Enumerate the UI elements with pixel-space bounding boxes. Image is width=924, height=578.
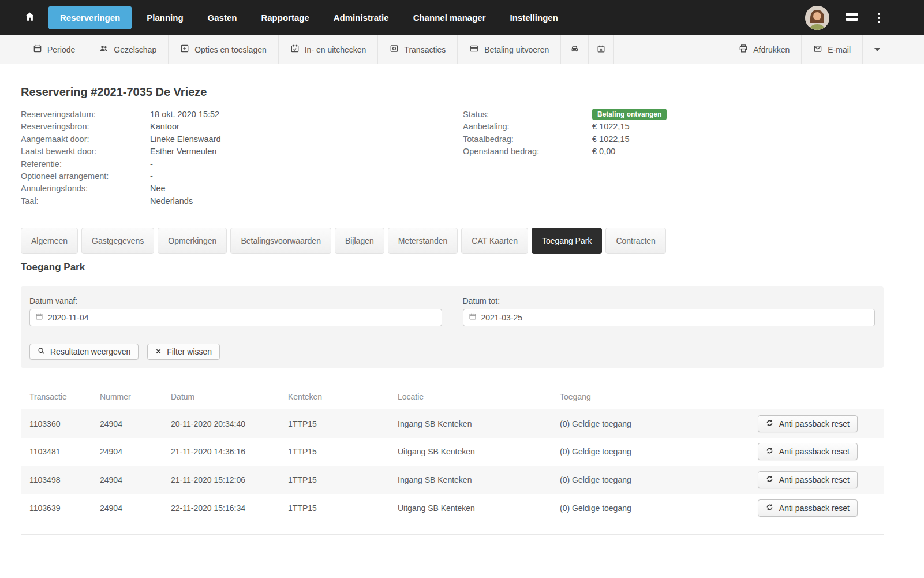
nav-item-gasten[interactable]: Gasten: [196, 0, 249, 35]
toolbar-betaling-button[interactable]: Betaling uitvoeren: [458, 35, 561, 64]
email-label: E-mail: [828, 45, 851, 54]
cell-toegang: (0) Geldige toegang: [560, 409, 748, 438]
date-from-input[interactable]: [48, 313, 436, 322]
anti-passback-reset-button[interactable]: Anti passback reset: [758, 471, 858, 488]
toolbar-betaling-label: Betaling uitvoeren: [484, 45, 549, 54]
tab-contracten[interactable]: Contracten: [605, 228, 665, 254]
nav-item-instellingen[interactable]: Instellingen: [498, 0, 570, 35]
reservation-tabs: Algemeen Gastgegevens Opmerkingen Betali…: [21, 228, 884, 254]
show-results-button[interactable]: Resultaten weergeven: [29, 344, 139, 360]
toolbar-gezelschap-label: Gezelschap: [114, 45, 156, 54]
cell-locatie: Uitgang SB Kenteken: [398, 494, 560, 523]
detail-label: Laatst bewerkt door:: [21, 146, 150, 158]
toolbar-transacties-button[interactable]: Transacties: [378, 35, 458, 64]
tab-toegang-park[interactable]: Toegang Park: [532, 228, 602, 254]
toolbar-periode-button[interactable]: Periode: [21, 35, 87, 64]
cell-nummer: 24904: [100, 494, 171, 523]
nav-item-reserveringen[interactable]: Reserveringen: [48, 6, 132, 29]
tab-cat-kaarten[interactable]: CAT Kaarten: [461, 228, 528, 254]
payments-button[interactable]: [845, 11, 859, 25]
show-results-label: Resultaten weergeven: [50, 347, 130, 356]
cell-nummer: 24904: [100, 409, 171, 438]
refresh-icon: [766, 419, 773, 428]
coin-icon: [390, 44, 399, 55]
action-toolbar: Periode Gezelschap Opties en toeslagen I…: [0, 35, 924, 64]
email-button[interactable]: E-mail: [802, 35, 863, 64]
overflow-menu-button[interactable]: [874, 10, 884, 25]
toolbar-periode-label: Periode: [47, 45, 75, 54]
chevron-down-icon: [874, 48, 880, 51]
credit-card-icon: [845, 11, 859, 25]
toolbar-car-button[interactable]: [561, 35, 589, 64]
home-icon: [24, 11, 35, 24]
toolbar-more-dropdown[interactable]: [863, 35, 892, 64]
cell-transactie: 1103498: [21, 466, 100, 494]
tab-betalingsvoorwaarden[interactable]: Betalingsvoorwaarden: [230, 228, 331, 254]
toolbar-calendar-x-button[interactable]: [589, 35, 614, 64]
anti-passback-reset-button[interactable]: Anti passback reset: [758, 443, 858, 460]
toolbar-opties-button[interactable]: Opties en toeslagen: [169, 35, 279, 64]
detail-value: € 1022,15: [592, 133, 630, 146]
clear-filter-label: Filter wissen: [167, 347, 212, 356]
date-to-field[interactable]: [463, 309, 876, 326]
calendar-icon: [469, 312, 477, 323]
plus-square-icon: [180, 44, 189, 55]
cell-transactie: 1103360: [21, 409, 100, 438]
detail-label: Optioneel arrangement:: [21, 170, 150, 182]
table-row: 1103360 24904 20-11-2020 20:34:40 1TTP15…: [21, 409, 884, 438]
tab-opmerkingen[interactable]: Opmerkingen: [158, 228, 227, 254]
anti-passback-reset-button[interactable]: Anti passback reset: [758, 415, 858, 432]
user-avatar[interactable]: [805, 6, 829, 30]
nav-item-rapportage[interactable]: Rapportage: [249, 0, 321, 35]
cell-locatie: Ingang SB Kenteken: [398, 409, 560, 438]
column-header-locatie: Locatie: [398, 387, 560, 409]
nav-item-channel-administratie[interactable]: Administratie: [321, 0, 401, 35]
print-button[interactable]: Afdrukken: [727, 35, 802, 64]
nav-item-channel-manager[interactable]: Channel manager: [401, 0, 498, 35]
tab-meterstanden[interactable]: Meterstanden: [388, 228, 458, 254]
transactions-table: Transactie Nummer Datum Kenteken Locatie…: [21, 387, 884, 535]
toolbar-gezelschap-button[interactable]: Gezelschap: [87, 35, 169, 64]
cell-transactie: 1103481: [21, 438, 100, 466]
calendar-check-icon: [290, 44, 300, 55]
detail-label: Aanbetaling:: [463, 121, 592, 133]
anti-passback-reset-button[interactable]: Anti passback reset: [758, 499, 858, 517]
calendar-icon: [35, 312, 43, 323]
cell-transactie: 1103639: [21, 494, 100, 523]
clear-filter-button[interactable]: Filter wissen: [147, 344, 220, 360]
date-from-field[interactable]: [29, 309, 442, 326]
filter-panel: Datum vanaf: Datum tot:: [21, 286, 884, 368]
section-title: Toegang Park: [21, 262, 884, 273]
anti-passback-reset-label: Anti passback reset: [779, 475, 850, 484]
cell-toegang: (0) Geldige toegang: [560, 494, 748, 523]
detail-value: 18 okt. 2020 15:52: [150, 109, 219, 121]
cell-kenteken: 1TTP15: [288, 466, 398, 494]
page-title: Reservering #2021-7035 De Vrieze: [21, 85, 884, 99]
refresh-icon: [766, 447, 773, 456]
column-header-kenteken: Kenteken: [288, 387, 398, 409]
x-icon: [155, 347, 162, 356]
date-to-input[interactable]: [481, 313, 870, 322]
car-icon: [569, 44, 580, 55]
home-button[interactable]: [21, 11, 48, 24]
anti-passback-reset-label: Anti passback reset: [779, 504, 850, 513]
column-header-actions: [748, 387, 884, 409]
detail-value: Kantoor: [150, 121, 179, 133]
calendar-x-icon: [597, 44, 605, 55]
anti-passback-reset-label: Anti passback reset: [779, 419, 850, 428]
tab-gastgegevens[interactable]: Gastgegevens: [81, 228, 154, 254]
detail-value: -: [150, 158, 153, 170]
detail-label: Reserveringsbron:: [21, 121, 150, 133]
date-from-label: Datum vanaf:: [29, 296, 442, 305]
detail-label: Referentie:: [21, 158, 150, 170]
detail-value: Lineke Elenswaard: [150, 133, 221, 146]
tab-bijlagen[interactable]: Bijlagen: [335, 228, 384, 254]
cell-locatie: Ingang SB Kenteken: [398, 466, 560, 494]
detail-value: € 1022,15: [592, 121, 630, 133]
toolbar-in-uitchecken-button[interactable]: In- en uitchecken: [279, 35, 379, 64]
status-badge: Betaling ontvangen: [592, 109, 667, 120]
detail-label: Taal:: [21, 195, 150, 207]
nav-item-planning[interactable]: Planning: [134, 0, 195, 35]
tab-algemeen[interactable]: Algemeen: [21, 228, 78, 254]
detail-label: Totaalbedrag:: [463, 133, 592, 146]
